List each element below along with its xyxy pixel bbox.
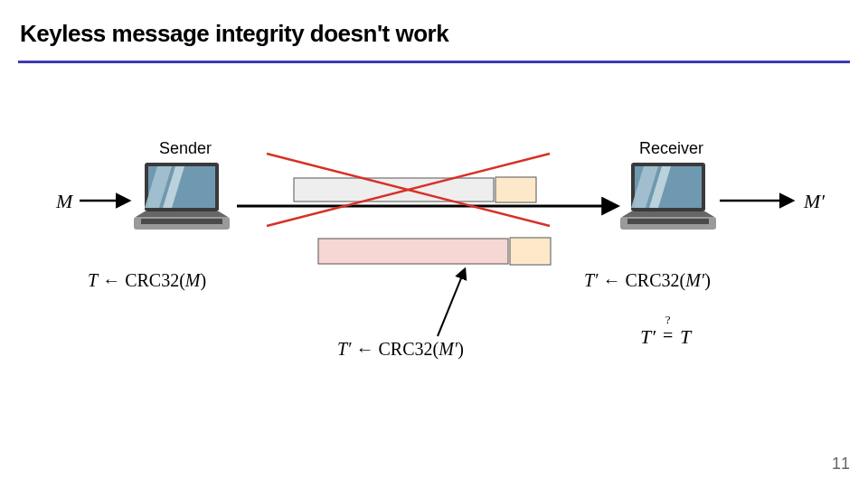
svg-marker-11 xyxy=(622,211,714,217)
sender-laptop-icon xyxy=(134,163,230,230)
box-Mprime xyxy=(318,239,508,264)
svg-rect-13 xyxy=(627,219,709,224)
svg-rect-6 xyxy=(141,219,222,224)
box-M xyxy=(294,178,494,202)
svg-marker-4 xyxy=(136,211,228,217)
receiver-laptop-icon xyxy=(620,163,716,230)
box-T xyxy=(495,177,536,202)
arrow-attacker-to-forged xyxy=(438,269,465,336)
slide: Keyless message integrity doesn't work S… xyxy=(0,0,868,488)
box-Tprime xyxy=(510,238,551,265)
diagram-svg xyxy=(0,0,868,488)
